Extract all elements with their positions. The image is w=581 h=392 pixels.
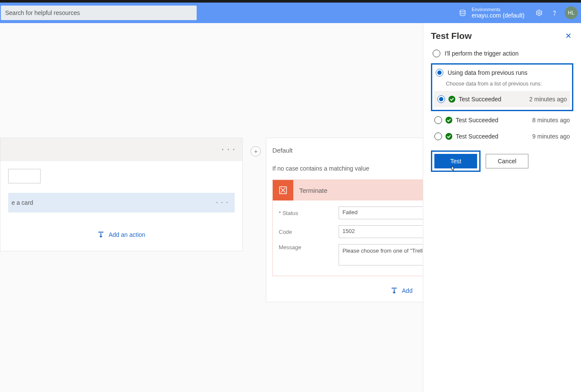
gear-icon (535, 9, 543, 17)
default-add-action-label: Add (402, 287, 413, 294)
svg-point-0 (460, 10, 465, 12)
option-manual-trigger[interactable]: I'll perform the trigger action (431, 48, 573, 61)
svg-point-2 (554, 15, 554, 15)
success-icon (445, 133, 452, 140)
highlight-box-option: Using data from previous runs Choose dat… (431, 63, 573, 111)
radio-icon (433, 50, 440, 57)
svg-marker-11 (392, 292, 396, 294)
avatar[interactable]: HL (565, 6, 578, 19)
run-time: 2 minutes ago (529, 96, 567, 103)
insert-step-icon (97, 231, 104, 238)
environment-selector[interactable]: Environments enayu.com (default) (459, 7, 525, 19)
settings-button[interactable] (531, 5, 547, 21)
environments-label: Environments (472, 7, 525, 12)
environments-icon (459, 9, 466, 17)
case-value-input[interactable] (8, 169, 41, 183)
test-flow-panel: Test Flow ✕ I'll perform the trigger act… (423, 23, 581, 392)
success-icon (445, 117, 452, 124)
message-label: Message (279, 244, 339, 251)
svg-rect-10 (394, 289, 395, 292)
add-case-button[interactable]: ＋ (251, 146, 261, 156)
panel-title: Test Flow (431, 31, 472, 41)
close-icon: ✕ (565, 31, 572, 41)
test-button-label: Test (450, 158, 461, 165)
run-time: 8 minutes ago (532, 117, 570, 124)
radio-icon (437, 95, 445, 103)
option-previous-label: Using data from previous runs (448, 69, 528, 76)
radio-icon (436, 69, 443, 77)
svg-rect-9 (392, 288, 397, 289)
test-button[interactable]: Test (434, 154, 477, 168)
run-item[interactable]: Test Succeeded 8 minutes ago (431, 112, 573, 128)
action-row[interactable]: e a card · · · (8, 193, 235, 212)
help-icon (551, 9, 558, 17)
svg-rect-4 (100, 233, 101, 236)
option-previous-runs[interactable]: Using data from previous runs (434, 67, 570, 80)
success-icon (448, 96, 455, 103)
run-status: Test Succeeded (459, 96, 501, 103)
run-item[interactable]: Test Succeeded 2 minutes ago (434, 91, 570, 107)
case-more-button[interactable]: · · · (222, 146, 236, 153)
highlight-box-test-button: Test (431, 150, 481, 172)
cancel-button[interactable]: Cancel (486, 154, 528, 168)
svg-marker-5 (99, 236, 103, 238)
case-card: · · · e a card · · · Add an action (0, 138, 243, 251)
insert-step-icon (391, 287, 398, 294)
search-input[interactable] (1, 6, 197, 20)
run-status: Test Succeeded (456, 117, 498, 124)
terminate-title: Terminate (299, 187, 327, 194)
add-action-label: Add an action (109, 231, 145, 238)
terminate-icon (278, 186, 288, 195)
run-status: Test Succeeded (456, 133, 498, 140)
cursor-pointer-icon (450, 165, 456, 173)
top-bar: Environments enayu.com (default) HL (0, 3, 581, 23)
run-time: 9 minutes ago (532, 133, 570, 140)
close-panel-button[interactable]: ✕ (563, 31, 573, 41)
svg-rect-3 (98, 232, 103, 233)
action-row-label: e a card (12, 199, 33, 206)
code-label: Code (279, 229, 339, 235)
plus-icon: ＋ (253, 147, 259, 156)
action-row-more[interactable]: · · · (216, 199, 229, 206)
status-label: * Status (279, 210, 339, 216)
run-item[interactable]: Test Succeeded 9 minutes ago (431, 128, 573, 144)
radio-icon (434, 116, 442, 124)
help-button[interactable] (547, 5, 562, 21)
option-previous-subtext: Choose data from a list of previous runs… (446, 81, 570, 87)
cancel-button-label: Cancel (498, 158, 516, 165)
svg-point-1 (538, 12, 540, 14)
radio-icon (434, 133, 442, 140)
environment-name: enayu.com (default) (472, 12, 525, 19)
add-action-button[interactable]: Add an action (8, 212, 235, 241)
option-manual-label: I'll perform the trigger action (445, 50, 519, 57)
